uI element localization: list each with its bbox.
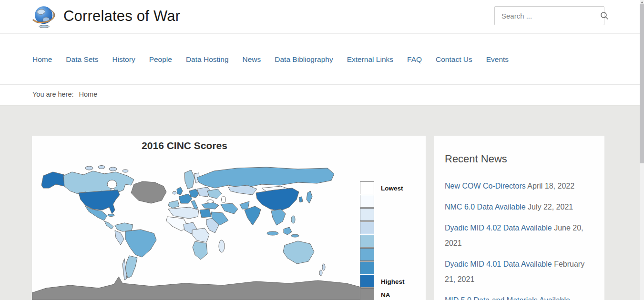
region-peru <box>115 230 124 245</box>
nav-item: News <box>243 55 261 64</box>
news-item: NMC 6.0 Data Available July 22, 2021 <box>445 200 595 215</box>
region-central-africa <box>192 228 209 242</box>
news-date: April 18, 2022 <box>526 182 574 190</box>
nav-link-history[interactable]: History <box>112 55 135 63</box>
site-brand[interactable]: Correlates of War <box>31 3 180 29</box>
legend-label-na: NA <box>381 291 390 299</box>
page: Correlates of War HomeData SetsHistoryPe… <box>0 0 644 300</box>
nav-item: Contact Us <box>436 55 472 64</box>
main-navbar: HomeData SetsHistoryPeopleData HostingNe… <box>0 34 640 85</box>
legend-row: NA <box>360 288 405 300</box>
region-brazil <box>125 230 156 257</box>
nav-link-home[interactable]: Home <box>32 55 52 63</box>
region-russia <box>197 167 334 188</box>
region-alaska <box>41 172 64 188</box>
region-new-zealand <box>322 264 325 270</box>
legend-box-level-0 <box>360 181 374 194</box>
nav-link-contact-us[interactable]: Contact Us <box>436 55 472 63</box>
region-korea <box>299 197 303 202</box>
search-button[interactable] <box>600 7 609 25</box>
breadcrumb: You are here: Home <box>32 90 97 98</box>
nav-link-people[interactable]: People <box>149 55 172 63</box>
region-australia <box>283 241 314 264</box>
region-philippines <box>291 216 295 223</box>
region-canada <box>63 171 134 194</box>
region-madagascar <box>219 240 225 252</box>
hudson-bay <box>107 180 117 189</box>
news-link[interactable]: Dyadic MID 4.01 Data Available <box>445 260 552 268</box>
nav-item: Data Bibliography <box>275 55 333 64</box>
nav-item: Home <box>32 55 52 64</box>
legend-box-level-6 <box>360 261 374 274</box>
region-new-zealand <box>319 270 322 276</box>
scrollbar-up-arrow-icon[interactable] <box>640 0 644 4</box>
news-link[interactable]: MID 5.0 Data and Materials Available <box>445 296 570 300</box>
region-indonesia <box>291 234 299 237</box>
legend-label-highest: Highest <box>381 278 405 285</box>
region-japan <box>307 191 312 203</box>
news-item: Dyadic MID 4.01 Data Available February … <box>445 257 595 287</box>
region-cuba <box>108 214 114 217</box>
map-legend: LowestHighestNA <box>360 181 405 300</box>
news-link[interactable]: Dyadic MID 4.02 Data Available <box>445 224 552 232</box>
legend-row <box>360 208 405 221</box>
region-arctic-islands <box>123 170 128 172</box>
recent-news-card: Recent News New COW Co-Directors April 1… <box>434 136 604 300</box>
map-title: 2016 CINC Scores <box>32 140 337 151</box>
news-link[interactable]: NMC 6.0 Data Available <box>445 203 526 211</box>
legend-row: Highest <box>360 275 405 288</box>
legend-label-lowest: Lowest <box>381 185 403 192</box>
region-greenland <box>131 181 166 203</box>
region-arctic-islands <box>85 166 93 170</box>
scrollbar-thumb[interactable] <box>640 4 644 163</box>
nav-link-external-links[interactable]: External Links <box>347 55 393 63</box>
legend-box-level-4 <box>360 235 374 248</box>
recent-news-list: New COW Co-Directors April 18, 2022NMC 6… <box>445 179 595 300</box>
caspian-sea <box>222 196 226 203</box>
nav-link-data-bibliography[interactable]: Data Bibliography <box>275 55 333 63</box>
breadcrumb-current: Home <box>79 90 98 98</box>
region-china <box>256 188 299 211</box>
region-antarctica <box>32 277 361 300</box>
nav-link-data-sets[interactable]: Data Sets <box>66 55 98 63</box>
news-item: Dyadic MID 4.02 Data Available June 20, … <box>445 220 595 251</box>
legend-box-na <box>360 288 374 300</box>
region-turkey <box>202 202 219 209</box>
nav-link-data-hosting[interactable]: Data Hosting <box>186 55 229 63</box>
region-north-africa <box>168 207 199 219</box>
region-arctic-islands <box>98 166 105 169</box>
breadcrumb-prefix: You are here: <box>32 90 74 98</box>
nav-item: External Links <box>347 55 393 64</box>
cinc-map-card: 2016 CINC Scores <box>32 136 426 300</box>
nav-item: FAQ <box>407 55 422 64</box>
region-uk <box>177 187 183 195</box>
region-central-america <box>104 221 113 229</box>
news-link[interactable]: New COW Co-Directors <box>445 182 526 190</box>
main-nav-list: HomeData SetsHistoryPeopleData HostingNe… <box>32 34 509 85</box>
nav-item: Events <box>486 55 509 64</box>
nav-item: Data Hosting <box>186 55 229 64</box>
region-pakistan <box>240 201 249 209</box>
nav-link-news[interactable]: News <box>243 55 261 63</box>
search-box <box>494 6 604 25</box>
globe-logo-icon <box>31 3 57 29</box>
black-sea <box>207 200 214 203</box>
nav-link-faq[interactable]: FAQ <box>407 55 422 63</box>
legend-box-level-2 <box>360 208 374 221</box>
recent-news-heading: Recent News <box>445 153 595 165</box>
region-usa <box>79 190 120 214</box>
nav-item: Data Sets <box>66 55 98 64</box>
search-icon <box>600 11 609 20</box>
legend-box-level-5 <box>360 248 374 261</box>
region-kazakhstan <box>228 185 257 195</box>
legend-box-level-3 <box>360 221 374 234</box>
region-se-asia <box>271 209 286 225</box>
page-scrollbar[interactable] <box>640 0 644 300</box>
nav-link-events[interactable]: Events <box>486 55 509 63</box>
search-input[interactable] <box>495 12 600 20</box>
legend-box-level-7 <box>360 275 374 288</box>
region-argentina <box>125 256 137 278</box>
region-india <box>245 206 261 225</box>
news-date: July 22, 2021 <box>526 203 573 211</box>
legend-row <box>360 248 405 261</box>
